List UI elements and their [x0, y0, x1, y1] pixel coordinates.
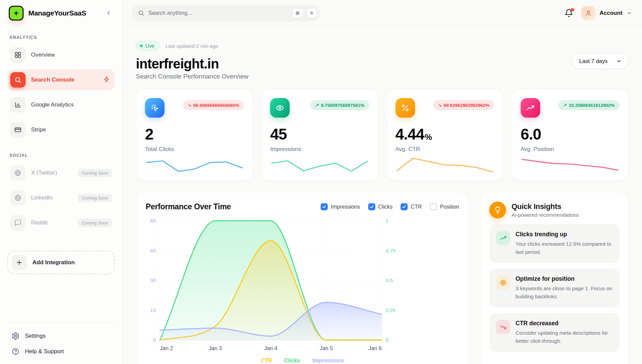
svg-text:30: 30	[150, 277, 156, 283]
performance-title: Performance Over Time	[146, 202, 231, 211]
checkbox-icon	[401, 203, 408, 210]
stat-value: 6.0	[521, 125, 619, 143]
svg-text:Jan 5: Jan 5	[320, 345, 333, 351]
page-title: interfreight.in	[136, 55, 629, 72]
brand-name: ManageYourSaaS	[28, 9, 99, 17]
sidebar-item-stripe[interactable]: Stripe	[7, 119, 115, 140]
svg-text:Jan 2: Jan 2	[160, 345, 173, 351]
eye-icon	[270, 98, 290, 118]
chevron-down-icon	[626, 10, 632, 16]
topbar: ⌘ K Account	[122, 0, 642, 26]
svg-text:Jan 6: Jan 6	[369, 345, 382, 351]
sidebar-item-reddit[interactable]: Reddit Coming Soon	[7, 212, 115, 233]
insight-ctr-decreased: CTR decreased Consider updating meta des…	[489, 313, 619, 352]
sidebar-item-overview[interactable]: Overview	[7, 44, 115, 65]
toggle-impressions[interactable]: Impressions	[321, 203, 360, 210]
sidebar-collapse-button[interactable]	[104, 8, 113, 18]
impressions-sparkline	[270, 153, 369, 174]
gear-icon	[11, 332, 20, 340]
account-menu[interactable]: Account	[581, 6, 632, 20]
sidebar-item-settings[interactable]: Settings	[10, 328, 112, 344]
svg-text:1: 1	[386, 218, 388, 223]
stat-value: 2	[145, 125, 244, 143]
svg-text:0: 0	[153, 337, 156, 343]
app-root: ManageYourSaaS ANALYTICS Overview Search…	[0, 0, 642, 364]
delta-value: 69.62962962962962%	[444, 103, 490, 108]
svg-text:0.75: 0.75	[386, 248, 396, 253]
svg-text:45: 45	[150, 248, 156, 253]
stat-value: 4.44%	[396, 125, 494, 143]
user-icon	[585, 9, 592, 17]
quick-insights-panel: Quick Insights AI-powered recommendation…	[480, 192, 629, 364]
toggle-ctr[interactable]: CTR	[401, 203, 422, 210]
legend-clicks[interactable]: Clicks	[284, 358, 300, 364]
sidebar-item-label: Stripe	[31, 126, 112, 133]
help-circle-icon	[11, 347, 20, 356]
arrow-down-right-icon: ↘	[187, 102, 191, 108]
stat-card-total-clicks: ↘ 66.66666666666666% 2 Total Clicks	[136, 89, 253, 181]
percent-icon	[396, 98, 415, 118]
sidebar: ManageYourSaaS ANALYTICS Overview Search…	[0, 0, 122, 364]
sidebar-item-label: Reddit	[31, 219, 72, 226]
page-subtitle: Search Console Performance Overview	[136, 73, 629, 80]
performance-chart: 01530456000.250.50.751Jan 2Jan 3Jan 4Jan…	[146, 216, 429, 355]
add-integration-label: Add Integration	[32, 259, 75, 266]
kbd-cmd: ⌘	[292, 8, 303, 18]
message-square-icon	[10, 215, 26, 231]
chevron-down-icon	[616, 59, 621, 64]
sidebar-item-help-support[interactable]: Help & Support	[10, 344, 112, 359]
charts-row: Performance Over Time Impressions Clicks	[136, 192, 629, 364]
insight-clicks-trending-up: Clicks trending up Your clicks increased…	[489, 224, 619, 263]
stats-row: ↘ 66.66666666666666% 2 Total Clicks	[136, 89, 629, 181]
cursor-click-icon	[145, 98, 165, 118]
stat-value: 45	[270, 125, 369, 143]
sidebar-item-label: Google Analytics	[31, 101, 112, 108]
live-label: Live	[145, 43, 154, 49]
zap-icon	[104, 76, 110, 84]
sidebar-item-linkedin[interactable]: LinkedIn Coming Soon	[7, 187, 115, 208]
trending-up-icon	[521, 98, 540, 118]
sidebar-item-label: Overview	[31, 52, 112, 58]
search-icon	[10, 72, 26, 88]
sidebar-item-x-twitter[interactable]: X (Twitter) Coming Soon	[7, 162, 115, 183]
notifications-button[interactable]	[564, 9, 573, 18]
stat-label: Avg. CTR	[396, 146, 494, 153]
legend-impressions[interactable]: Impressions	[312, 358, 344, 364]
live-badge: Live	[136, 41, 159, 51]
search-input[interactable]	[148, 10, 288, 16]
toggle-clicks[interactable]: Clicks	[368, 203, 393, 210]
delta-value: 32.25806451612902%	[569, 103, 615, 108]
trending-up-icon	[496, 231, 510, 245]
insights-subtitle: AI-powered recommendations	[512, 212, 579, 218]
kbd-k: K	[307, 8, 317, 18]
delta-badge: ↗ 9.75609756097561%	[311, 100, 369, 110]
account-label: Account	[600, 10, 622, 17]
topbar-right: Account	[564, 6, 632, 20]
toggle-position[interactable]: Position	[430, 203, 459, 210]
delta-value: 66.66666666666666%	[193, 103, 239, 108]
date-range-select[interactable]: Last 7 days	[572, 53, 629, 69]
sidebar-item-label: X (Twitter)	[31, 170, 72, 176]
credit-card-icon	[10, 122, 26, 138]
delta-badge: ↘ 66.66666666666666%	[183, 100, 244, 110]
globe-icon	[10, 165, 26, 181]
lightbulb-icon	[489, 202, 506, 218]
target-icon	[496, 275, 510, 290]
sidebar-item-search-console[interactable]: Search Console	[7, 69, 115, 90]
svg-text:0.25: 0.25	[386, 307, 396, 313]
performance-panel: Performance Over Time Impressions Clicks	[136, 192, 469, 364]
checkbox-icon	[321, 203, 328, 210]
globe-icon	[10, 190, 26, 206]
insights-title: Quick Insights	[512, 202, 579, 211]
sidebar-item-label: Search Console	[31, 77, 98, 83]
insight-optimize-position: Optimize for position 3 keywords are clo…	[489, 269, 619, 307]
svg-text:60: 60	[150, 218, 156, 223]
svg-text:15: 15	[150, 307, 156, 313]
global-search[interactable]: ⌘ K	[131, 5, 320, 22]
legend-ctr[interactable]: CTR	[261, 358, 272, 364]
add-integration-button[interactable]: Add Integration	[7, 251, 115, 274]
coming-soon-badge: Coming Soon	[78, 169, 112, 177]
date-range-value: Last 7 days	[579, 58, 608, 64]
sidebar-item-google-analytics[interactable]: Google Analytics	[7, 94, 115, 115]
chevron-left-icon	[106, 10, 112, 16]
